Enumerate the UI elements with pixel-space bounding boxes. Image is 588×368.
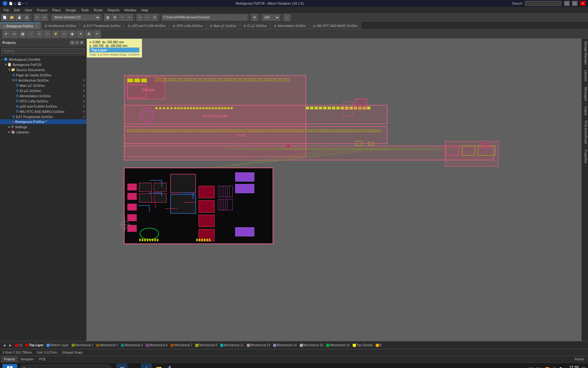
- tree-main-uc[interactable]: ⊞ Main μC.SchDoc D: [0, 83, 86, 88]
- tree-settings[interactable]: ▸ ⚙ Settings: [0, 124, 86, 129]
- panels-button[interactable]: Panels: [572, 357, 587, 362]
- ts-3d[interactable]: ◉: [69, 30, 76, 38]
- tb-config[interactable]: ⚙: [251, 14, 258, 21]
- panel-btn-1[interactable]: ◁: [70, 40, 74, 45]
- ts-highlight[interactable]: ✶: [77, 30, 84, 38]
- tb-undo[interactable]: ↩: [34, 14, 40, 21]
- tb-zoom-out[interactable]: −: [144, 14, 151, 21]
- layer-arrow-left[interactable]: ◄: [2, 343, 7, 347]
- ts-measure[interactable]: ↔: [44, 30, 51, 38]
- layer-mech11[interactable]: Mechanical 11: [219, 343, 244, 347]
- sound-icon[interactable]: 🔊: [552, 367, 556, 368]
- tab-io-uc[interactable]: ⊞ IO μC.SchDoc: [240, 22, 270, 29]
- panel-tab-navigator[interactable]: Navigator: [18, 357, 36, 362]
- layer-top[interactable]: Top Layer: [24, 343, 44, 347]
- tab-usd-flash[interactable]: ⊞ μSD and FLASH.SchDoc: [124, 22, 169, 29]
- layer-mech6[interactable]: Mechanical 6: [145, 343, 168, 347]
- title-search-input[interactable]: [525, 1, 562, 6]
- tab-main-uc[interactable]: ⊞ Main μC.SchDoc: [206, 22, 240, 29]
- tb-filter[interactable]: ▦: [104, 14, 111, 21]
- path-input[interactable]: [162, 14, 247, 21]
- tb-redo[interactable]: ↪: [41, 14, 48, 21]
- right-panel-libraries[interactable]: Libraries: [582, 67, 588, 84]
- ts-line[interactable]: ⟋: [27, 30, 35, 38]
- clock[interactable]: 21:55 5/10/2018: [565, 365, 579, 368]
- tab-architecture[interactable]: ⊞ Architecture.SchDoc: [41, 22, 80, 29]
- layer-top-overlay[interactable]: Top Overlay: [352, 343, 374, 347]
- keyboard-icon[interactable]: ⌨: [529, 367, 533, 368]
- tb-new[interactable]: 📄: [1, 14, 8, 21]
- tree-workspace[interactable]: ▸ 🔷 Workspace1.DsnWrk: [0, 57, 86, 62]
- tb-fit[interactable]: ⊡: [151, 14, 158, 21]
- network-icon[interactable]: 📶: [545, 367, 549, 368]
- minimize-button[interactable]: ─: [564, 1, 570, 6]
- menu-project[interactable]: Project: [34, 8, 50, 13]
- tree-imu-rtc-baro[interactable]: ⊞ IMU RTC AND BARO.SchDoc D: [0, 109, 86, 114]
- right-panel-properties[interactable]: Properties: [582, 147, 588, 166]
- tab-betelgeuse-pcb[interactable]: ■ Betelgeuse.PcbDoc ✕: [0, 22, 41, 29]
- menu-view[interactable]: View: [22, 8, 35, 13]
- layer-mech13[interactable]: Mechanical 13: [246, 343, 271, 347]
- tb-route[interactable]: 〰: [119, 14, 126, 21]
- menu-help[interactable]: Help: [139, 8, 151, 13]
- taskbar-search[interactable]: [20, 365, 111, 368]
- layer-arrow-right[interactable]: ►: [8, 343, 13, 347]
- panel-close[interactable]: ✕: [80, 40, 84, 45]
- taskbar-app-action[interactable]: ⊞: [116, 363, 127, 368]
- taskbar-app-altium[interactable]: A: [141, 363, 152, 368]
- close-button[interactable]: ✕: [580, 1, 586, 6]
- layer-mech15[interactable]: Mechanical 15: [299, 343, 324, 347]
- tb-place[interactable]: +: [126, 14, 133, 21]
- tree-ext-peripherals[interactable]: ⊞ EXT Peripherals.SchDoc D: [0, 114, 86, 119]
- tree-project[interactable]: ▾ 📋 Betelgeuse.PrjPCB: [0, 62, 86, 67]
- filter-all[interactable]: (All): [262, 14, 280, 21]
- tb-select[interactable]: ⊞: [111, 14, 118, 21]
- menu-reports[interactable]: Reports: [105, 8, 122, 13]
- right-panel-active-route[interactable]: PCB ActiveRoute: [582, 118, 588, 147]
- layer-mech1[interactable]: Mechanical 1: [71, 343, 94, 347]
- start-button[interactable]: [2, 364, 17, 368]
- canvas-area[interactable]: x: 0.000 dx: 236.982 mm y: 160.782 dy: 1…: [87, 39, 581, 341]
- panel-tab-projects[interactable]: Projects: [1, 357, 18, 362]
- view-dropdown[interactable]: Altium Standard 2D: [51, 14, 100, 21]
- ts-cursor[interactable]: ⊹: [36, 30, 43, 38]
- ts-ratsnest[interactable]: 〰: [60, 30, 68, 38]
- menu-route[interactable]: Route: [91, 8, 105, 13]
- tb-save[interactable]: 💾: [16, 14, 23, 21]
- layer-ls[interactable]: LS: [14, 343, 23, 347]
- layer-mech7[interactable]: Mechanical 7: [170, 343, 193, 347]
- tab-ext-peripherals[interactable]: ⊞ EXT Peripherals.SchDoc: [80, 22, 124, 29]
- battery-icon[interactable]: 🔋: [559, 367, 563, 368]
- menu-file[interactable]: File: [1, 8, 12, 13]
- tab-alimentation[interactable]: ⊞ Alimentation.SchDoc: [270, 22, 309, 29]
- menu-window[interactable]: Window: [122, 8, 139, 13]
- ts-pen[interactable]: ✏: [93, 30, 101, 38]
- layer-bottom[interactable]: Bottom Layer: [46, 343, 69, 347]
- tb-print[interactable]: 🖨: [23, 14, 30, 21]
- panel-tab-pcb[interactable]: PCB: [36, 357, 48, 362]
- right-panel-messages[interactable]: Messages: [582, 85, 588, 104]
- ts-select-rect[interactable]: ▭: [11, 30, 18, 38]
- notifications-icon[interactable]: 🗨: [581, 366, 586, 368]
- ts-bar-chart[interactable]: ▦: [19, 30, 26, 38]
- tb-zoom-in[interactable]: +: [137, 14, 143, 21]
- search-input[interactable]: [1, 48, 85, 54]
- menu-design[interactable]: Design: [63, 8, 78, 13]
- right-panel-storage[interactable]: Storage Manager: [582, 39, 588, 67]
- tree-source-docs[interactable]: ▾ 📁 Source Documents: [0, 67, 86, 72]
- ts-text[interactable]: A: [85, 30, 92, 38]
- taskbar-app-misc[interactable]: 🔧: [165, 363, 176, 368]
- layer-b[interactable]: B: [375, 343, 383, 347]
- tree-architecture[interactable]: ▾ ⊞ Architecture.SchDoc D: [0, 78, 86, 83]
- tb-open[interactable]: 📂: [9, 14, 15, 21]
- tab-gps-lora[interactable]: ⊞ GPS LoRa.SchDoc: [169, 22, 206, 29]
- layer-mech16[interactable]: Mechanical 16: [325, 343, 350, 347]
- tree-betelgeuse-pcb[interactable]: ■ Betelgeuse.PcbDoc *: [0, 119, 86, 124]
- layer-mech14[interactable]: Mechanical 14: [272, 343, 297, 347]
- search-label[interactable]: Search: [512, 2, 522, 5]
- tree-alimentation[interactable]: ⊞ Alimentation.SchDoc D: [0, 93, 86, 98]
- ts-drc[interactable]: ⚡: [52, 30, 59, 38]
- tree-libraries[interactable]: ▸ 📚 Libraries: [0, 129, 86, 135]
- maximize-button[interactable]: □: [572, 1, 578, 6]
- tree-page-garde[interactable]: ⊞ Page de Garde.SchDoc: [0, 72, 86, 78]
